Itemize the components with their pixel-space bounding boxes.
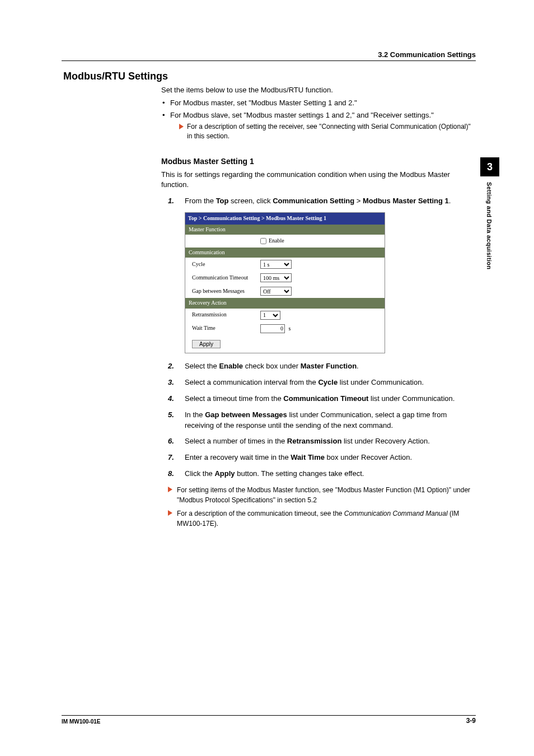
bullet-item: For Modbus master, set "Modbus Master Se… <box>161 98 476 109</box>
footer-manual-id: IM MW100-01E <box>62 718 100 725</box>
step-item: 3. Select a communication interval from … <box>161 377 476 388</box>
step-number: 8. <box>168 469 174 479</box>
fig-label: Gap between Messages <box>192 287 260 296</box>
intro-bullets: For Modbus master, set "Modbus Master Se… <box>161 98 476 141</box>
step-number: 7. <box>168 452 174 463</box>
subsection-desc: This is for settings regarding the commu… <box>161 170 476 191</box>
fig-row-cycle: Cycle 1 s <box>185 258 385 271</box>
step-number: 3. <box>168 377 174 388</box>
step-item: 7. Enter a recovery wait time in the Wai… <box>161 452 476 463</box>
enable-checkbox[interactable] <box>260 238 266 244</box>
fig-row-timeout: Communication Timeout 100 ms <box>185 271 385 284</box>
step-item: 6. Select a number of times in the Retra… <box>161 436 476 447</box>
gap-select[interactable]: Off <box>260 287 292 296</box>
content-body: Set the items below to use the Modbus/RT… <box>161 85 476 532</box>
cycle-select[interactable]: 1 s <box>260 260 292 269</box>
step-item: 2. Select the Enable check box under Mas… <box>161 361 476 372</box>
step-list-cont: 2. Select the Enable check box under Mas… <box>161 361 476 479</box>
fig-label: Wait Time <box>192 324 260 333</box>
fig-label: Cycle <box>192 260 260 269</box>
bullet-item: For Modbus slave, set "Modbus master set… <box>161 110 476 142</box>
fig-section-communication: Communication <box>185 248 385 258</box>
fig-row-enable: Enable <box>185 235 385 248</box>
ref-note: For setting items of the Modbus Master f… <box>161 485 476 505</box>
settings-screenshot: Top > Communication Setting > Modbus Mas… <box>185 212 385 353</box>
step-item: 5. In the Gap between Messages list unde… <box>161 410 476 431</box>
fig-row-wait: Wait Time s <box>185 322 385 335</box>
header-divider <box>62 60 476 61</box>
fig-section-master: Master Function <box>185 225 385 235</box>
footer-divider <box>62 715 476 716</box>
step-number: 5. <box>168 410 174 421</box>
wait-time-input[interactable] <box>260 324 285 333</box>
chapter-tab: 3 Setting and Data acquisition <box>480 157 499 269</box>
footer-page-number: 3-9 <box>466 717 476 725</box>
fig-row-retrans: Retransmission 1 <box>185 309 385 322</box>
wait-unit: s <box>289 325 291 332</box>
step-item: 1. From the Top screen, click Communicat… <box>161 196 476 207</box>
fig-label: Retransmission <box>192 311 260 319</box>
step-number: 6. <box>168 436 174 447</box>
chapter-number: 3 <box>480 157 499 176</box>
timeout-select[interactable]: 100 ms <box>260 273 292 282</box>
step-item: 8. Click the Apply button. The setting c… <box>161 469 476 479</box>
ref-note: For a description of setting the receive… <box>170 122 476 142</box>
fig-breadcrumb: Top > Communication Setting > Modbus Mas… <box>185 213 385 225</box>
enable-checkbox-label[interactable]: Enable <box>260 237 284 244</box>
section-header: 3.2 Communication Settings <box>378 50 476 59</box>
fig-section-recovery: Recovery Action <box>185 298 385 309</box>
page-title: Modbus/RTU Settings <box>63 71 168 82</box>
retrans-select[interactable]: 1 <box>260 311 280 320</box>
subsection-heading: Modbus Master Setting 1 <box>161 156 476 167</box>
step-number: 4. <box>168 394 174 404</box>
step-number: 1. <box>168 196 174 207</box>
step-list: 1. From the Top screen, click Communicat… <box>161 196 476 207</box>
chapter-title: Setting and Data acquisition <box>486 182 493 269</box>
apply-button[interactable]: Apply <box>192 340 221 348</box>
step-number: 2. <box>168 361 174 372</box>
ref-note: For a description of the communication t… <box>161 508 476 529</box>
fig-row-gap: Gap between Messages Off <box>185 284 385 298</box>
intro-text: Set the items below to use the Modbus/RT… <box>161 85 476 96</box>
step-item: 4. Select a timeout time from the Commun… <box>161 394 476 404</box>
fig-label: Communication Timeout <box>192 274 260 282</box>
